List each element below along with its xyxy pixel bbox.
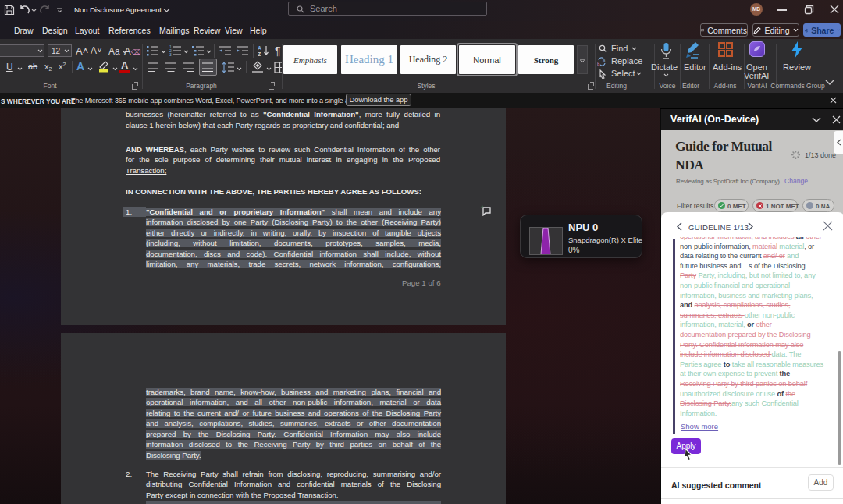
svg-text:A: A [258,45,261,51]
svg-text:3: 3 [169,52,172,56]
svg-text:Z: Z [258,51,261,57]
